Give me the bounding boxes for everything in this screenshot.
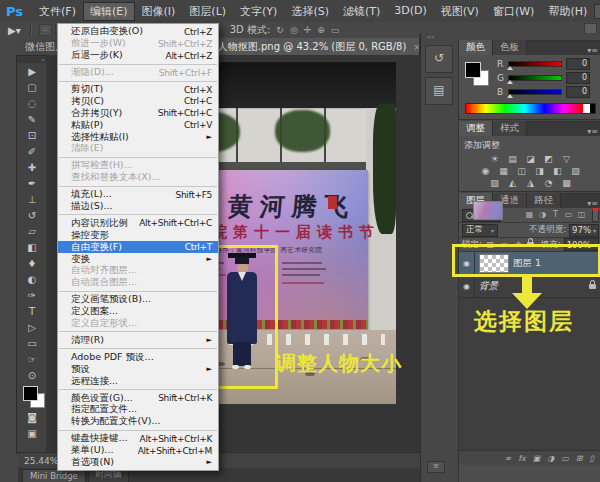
menubar-item-2[interactable]: 图像(I) (135, 2, 183, 21)
edit-menu-item-2[interactable]: 后退一步(K)Alt+Ctrl+Z (58, 50, 218, 62)
zoom-tool-icon[interactable]: ⊙ (17, 367, 47, 383)
menubar-item-3[interactable]: 图层(L) (182, 2, 233, 21)
adjustment-icon[interactable]: ▩ (560, 178, 574, 189)
edit-menu-item-20[interactable]: 操控变形 (58, 229, 218, 241)
eyedropper-tool-icon[interactable]: ✐ (17, 143, 47, 159)
threed-mode-icon[interactable]: ⊕ (317, 25, 325, 35)
edit-menu-item-30[interactable]: 清理(R)► (58, 334, 218, 346)
clone-stamp-tool-icon[interactable]: ⊥ (17, 191, 47, 207)
background-name[interactable]: 背景 (479, 280, 498, 293)
menubar-item-4[interactable]: 文字(Y) (233, 2, 284, 21)
adjustment-icon[interactable]: ☀ (488, 154, 502, 165)
color-spectrum-ramp[interactable] (465, 103, 596, 114)
adjustment-icon[interactable]: ▧ (569, 166, 583, 177)
options-icon[interactable]: ▫ (39, 24, 52, 36)
edit-menu-item-34[interactable]: 远程连接... (58, 375, 218, 387)
menubar-item-8[interactable]: 视图(V) (434, 2, 486, 21)
move-tool-preview-icon[interactable]: ▶▾ (0, 25, 25, 36)
filter-type-icon[interactable]: T (550, 210, 561, 220)
type-tool-icon[interactable]: T (17, 303, 47, 319)
edit-menu-item-16[interactable]: 填充(L)...Shift+F5 (58, 189, 218, 201)
rectangle-tool-icon[interactable]: ▭ (17, 335, 47, 351)
adjustment-icon[interactable]: ◔ (542, 178, 556, 189)
edit-menu-item-26[interactable]: 定义画笔预设(B)... (58, 294, 218, 306)
hand-tool-icon[interactable]: ☞ (17, 351, 47, 367)
adjustments-panel-menu-icon[interactable]: ▾≡ (587, 127, 600, 136)
lasso-tool-icon[interactable]: ◌ (17, 95, 47, 111)
brush-tool-icon[interactable]: ✒ (17, 175, 47, 191)
channel-g-value[interactable]: 0 (566, 72, 590, 84)
edit-menu-item-27[interactable]: 定义图案... (58, 306, 218, 318)
channel-r-slider[interactable] (508, 61, 562, 67)
menubar-item-10[interactable]: 帮助(H) (541, 2, 594, 21)
path-selection-tool-icon[interactable]: ▷ (17, 319, 47, 335)
edit-menu-item-10[interactable]: 选择性粘贴(I)► (58, 131, 218, 143)
tab-swatches[interactable]: 色板 (493, 40, 527, 55)
threed-mode-icon[interactable]: ▭ (331, 25, 340, 35)
edit-menu-item-9[interactable]: 粘贴(P)Ctrl+V (58, 119, 218, 131)
edit-menu-item-22[interactable]: 变换► (58, 253, 218, 265)
adjustment-layer-icon[interactable]: ◑ (547, 454, 554, 463)
adjustment-icon[interactable]: ◨ (533, 166, 547, 177)
collapsed-dock-menu-icon[interactable]: ≡ (427, 461, 445, 473)
menubar-item-9[interactable]: 窗口(W) (486, 2, 541, 21)
layer-style-fx-icon[interactable]: fx (518, 454, 526, 463)
menubar-item-7[interactable]: 3D(D) (387, 2, 434, 21)
adjustment-icon[interactable]: ◭ (506, 178, 520, 189)
edit-menu-item-0[interactable]: 还原自由变换(O)Ctrl+Z (58, 26, 218, 38)
history-panel-button[interactable]: ↺ (425, 45, 453, 73)
delete-layer-icon[interactable]: ▯ (590, 454, 594, 463)
crop-tool-icon[interactable]: ⊡ (17, 127, 47, 143)
zoom-level-field[interactable]: 25.44% (18, 456, 58, 466)
tab-styles[interactable]: 样式 (493, 121, 527, 136)
color-swatch-widget[interactable] (21, 385, 47, 409)
adjustment-icon[interactable]: ◧ (551, 166, 565, 177)
edit-menu-item-6[interactable]: 剪切(T)Ctrl+X (58, 84, 218, 96)
move-tool-icon[interactable]: ▶ (17, 63, 47, 79)
properties-panel-button[interactable]: ▤ (425, 77, 453, 105)
edit-menu-item-33[interactable]: 预设► (58, 363, 218, 375)
new-layer-icon[interactable]: ⊞ (576, 454, 583, 463)
channel-b-slider[interactable] (508, 89, 562, 95)
tab-person-cutout[interactable]: 人物抠图.png @ 43.2% (图层 0, RGB/8) × (211, 38, 420, 55)
quick-mask-button-icon[interactable]: ◙ (17, 409, 47, 425)
filter-type-icon[interactable]: ◑ (537, 210, 548, 220)
edit-menu-item-7[interactable]: 拷贝(C)Ctrl+C (58, 95, 218, 107)
filter-type-icon[interactable]: ▭ (563, 210, 574, 220)
adjustment-icon[interactable]: ◫ (515, 166, 529, 177)
link-layers-icon[interactable]: ∞ (505, 454, 512, 463)
history-brush-tool-icon[interactable]: ↺ (17, 207, 47, 223)
edit-menu-item-41[interactable]: 菜单(U)...Alt+Shift+Ctrl+M (58, 445, 218, 457)
blur-tool-icon[interactable]: ♦ (17, 255, 47, 271)
filter-type-icon[interactable]: ◫ (576, 210, 587, 220)
edit-menu-item-19[interactable]: 内容识别比例Alt+Shift+Ctrl+C (58, 217, 218, 229)
edit-menu-item-37[interactable]: 指定配置文件... (58, 404, 218, 416)
eraser-tool-icon[interactable]: ▱ (17, 223, 47, 239)
adjustment-icon[interactable]: ◉ (479, 166, 493, 177)
gradient-tool-icon[interactable]: ◧ (17, 239, 47, 255)
edit-menu-item-32[interactable]: Adobe PDF 预设... (58, 351, 218, 363)
layers-panel-menu-icon[interactable]: ▾≡ (587, 199, 600, 208)
pen-tool-icon[interactable]: ✑ (17, 287, 47, 303)
adjustment-icon[interactable]: ▽ (560, 154, 574, 165)
screen-mode-button-icon[interactable]: ▣ (17, 425, 47, 441)
threed-mode-icon[interactable]: ↻ (276, 25, 284, 35)
marquee-tool-icon[interactable]: ▢ (17, 79, 47, 95)
threed-mode-icon[interactable]: ◎ (290, 25, 298, 35)
adjustment-icon[interactable]: ◩ (542, 154, 556, 165)
menubar-item-0[interactable]: 文件(F) (32, 2, 83, 21)
dodge-tool-icon[interactable]: ◐ (17, 271, 47, 287)
edit-menu-item-40[interactable]: 键盘快捷键...Alt+Shift+Ctrl+K (58, 433, 218, 445)
edit-menu-item-8[interactable]: 合并拷贝(Y)Shift+Ctrl+C (58, 107, 218, 119)
menubar-item-6[interactable]: 滤镜(T) (336, 2, 387, 21)
healing-brush-tool-icon[interactable]: ✚ (17, 159, 47, 175)
tab-paths[interactable]: 路径 (527, 193, 561, 208)
channel-g-slider[interactable] (508, 75, 562, 81)
foreground-color-swatch-panel[interactable] (465, 62, 481, 78)
edit-menu-item-38[interactable]: 转换为配置文件(V)... (58, 416, 218, 428)
adjustment-icon[interactable]: ▦ (497, 166, 511, 177)
layer-mask-icon[interactable]: ▣ (533, 454, 541, 463)
edit-menu-item-21[interactable]: 自由变换(F)Ctrl+T (58, 241, 218, 253)
background-thumbnail[interactable] (473, 201, 503, 220)
tab2-close-icon[interactable]: × (413, 42, 420, 52)
